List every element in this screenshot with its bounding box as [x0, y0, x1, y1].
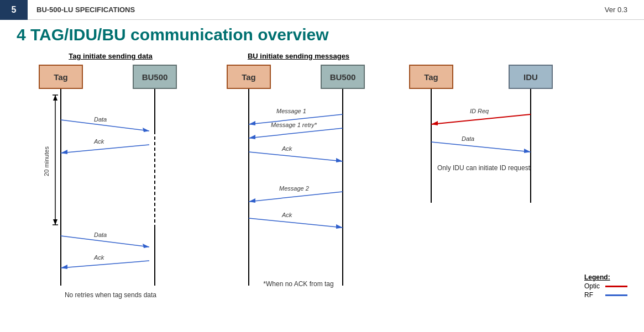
- diagram2-label: BU initiate sending messages: [248, 52, 349, 60]
- diagram3-idu-box: IDU: [509, 65, 553, 89]
- svg-text:Message 1: Message 1: [276, 108, 306, 114]
- version: Ver 0.3: [605, 6, 627, 14]
- page-number: 5: [0, 0, 28, 20]
- legend-optic-label: Optic: [584, 282, 602, 290]
- legend-optic-line: [605, 286, 627, 287]
- diagram2-bu-label: BU500: [330, 72, 356, 82]
- svg-marker-25: [249, 121, 255, 125]
- diagram1-label: Tag initiate sending data: [69, 52, 152, 60]
- svg-text:Data: Data: [94, 116, 107, 123]
- svg-line-19: [61, 261, 149, 268]
- legend-rf: RF: [584, 291, 627, 299]
- diagram1-bu-box: BU500: [133, 65, 177, 89]
- svg-marker-31: [336, 158, 343, 162]
- diagram1-tag-box: Tag: [39, 65, 83, 89]
- document-title: BU-500-LU SPECIFICATIONS: [36, 6, 605, 14]
- svg-text:Data: Data: [462, 135, 474, 142]
- svg-marker-45: [524, 149, 531, 153]
- svg-line-41: [431, 114, 531, 124]
- svg-line-44: [431, 142, 531, 152]
- header: 5 BU-500-LU SPECIFICATIONS Ver 0.3: [0, 0, 644, 20]
- svg-text:Ack: Ack: [93, 254, 104, 261]
- diagram2-svg: Message 1 Message 1 retry* Ack Message 2: [216, 65, 381, 302]
- diagram1: Tag initiate sending data Tag BU500: [17, 52, 205, 299]
- diagram2: BU initiate sending messages Tag BU500: [210, 52, 387, 288]
- svg-line-30: [249, 152, 343, 161]
- legend-title: Legend:: [584, 273, 627, 281]
- svg-marker-14: [61, 150, 67, 154]
- diagram3: x Tag IDU: [392, 52, 569, 172]
- svg-marker-20: [61, 265, 67, 269]
- diagram2-tag-label: Tag: [242, 72, 256, 82]
- svg-marker-17: [143, 244, 149, 248]
- page-title: 4 TAG/IDU/BU communication overview: [17, 25, 627, 44]
- diagram2-tag-box: Tag: [227, 65, 271, 89]
- legend-rf-line: [605, 294, 627, 296]
- diagram3-tag-label: Tag: [424, 72, 438, 82]
- legend-optic: Optic: [584, 282, 627, 290]
- svg-marker-37: [336, 224, 343, 229]
- diagram1-bu-label: BU500: [142, 72, 168, 82]
- diagram1-tag-label: Tag: [54, 72, 68, 82]
- diagram3-idu-label: IDU: [523, 72, 538, 82]
- svg-text:20 minutes: 20 minutes: [43, 146, 50, 176]
- svg-text:Message 2: Message 2: [279, 185, 309, 192]
- legend-rf-label: RF: [584, 291, 602, 299]
- svg-marker-34: [249, 198, 255, 203]
- diagrams-row: Tag initiate sending data Tag BU500: [17, 52, 627, 299]
- svg-text:ID Req: ID Req: [470, 108, 489, 114]
- svg-line-36: [249, 218, 343, 228]
- main-content: 4 TAG/IDU/BU communication overview Tag …: [0, 20, 644, 304]
- diagram2-bu-box: BU500: [321, 65, 365, 89]
- legend-section: Legend: Optic RF: [584, 273, 627, 299]
- svg-marker-8: [53, 219, 57, 225]
- svg-marker-11: [143, 128, 149, 132]
- diagram3-tag-box: Tag: [409, 65, 453, 89]
- svg-text:Ack: Ack: [93, 138, 104, 145]
- svg-line-13: [61, 145, 149, 153]
- svg-text:Message 1 retry*: Message 1 retry*: [271, 122, 317, 128]
- svg-marker-7: [53, 95, 57, 101]
- svg-line-27: [249, 128, 343, 138]
- svg-text:Data: Data: [94, 231, 107, 238]
- diagram1-svg: 20 minutes Data Ack Data: [22, 65, 199, 302]
- svg-line-33: [249, 192, 343, 202]
- svg-text:Ack: Ack: [281, 212, 292, 218]
- svg-marker-28: [249, 135, 255, 139]
- svg-text:Ack: Ack: [281, 145, 292, 152]
